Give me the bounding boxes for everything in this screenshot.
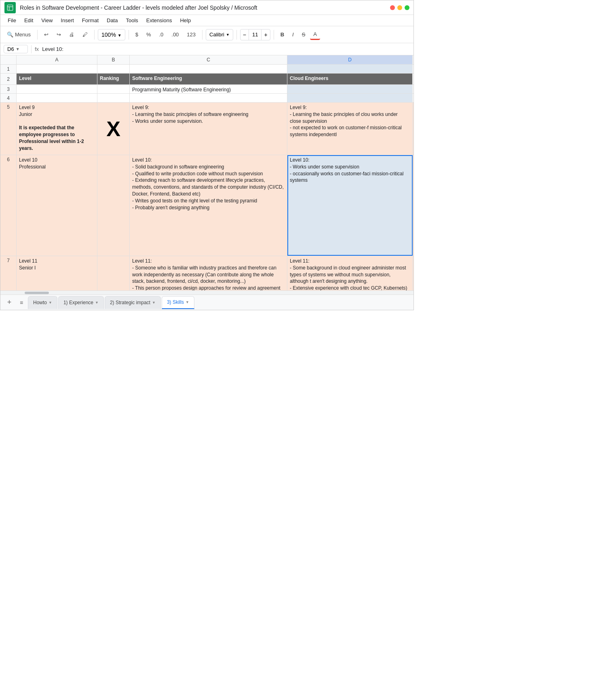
table-row: 3 Programming Maturity (Software Enginee… bbox=[0, 85, 413, 94]
cell-a1[interactable] bbox=[17, 65, 97, 73]
sheet-tabs: + ≡ Howto ▼ 1) Experience ▼ 2) Strategic… bbox=[0, 295, 413, 310]
col-header-b[interactable]: B bbox=[97, 55, 130, 64]
cell-a3[interactable] bbox=[17, 85, 97, 93]
italic-button[interactable]: I bbox=[289, 30, 297, 39]
cell-c4[interactable] bbox=[130, 94, 287, 102]
cell-d4[interactable] bbox=[287, 94, 413, 102]
cell-a6[interactable]: Level 10 Professional bbox=[17, 155, 97, 256]
sheet-body: A B C D 1 2 Level Ranking bbox=[0, 55, 413, 290]
cell-c2[interactable]: Software Engineering bbox=[130, 74, 287, 84]
row-num-6: 6 bbox=[0, 155, 17, 256]
redo-button[interactable]: ↪ bbox=[53, 30, 64, 39]
zoom-display: 100% bbox=[101, 32, 116, 38]
paint-format-button[interactable]: 🖊 bbox=[79, 30, 91, 39]
zoom-value-btn[interactable]: 100% ▼ bbox=[98, 29, 125, 40]
maximize-button[interactable] bbox=[405, 5, 409, 10]
menu-data[interactable]: Data bbox=[103, 17, 121, 24]
cell-a4[interactable] bbox=[17, 94, 97, 102]
sheet-tab-howto[interactable]: Howto ▼ bbox=[28, 296, 57, 309]
font-size-decrease-button[interactable]: − bbox=[240, 29, 249, 40]
cell-b1[interactable] bbox=[97, 65, 130, 73]
menu-view[interactable]: View bbox=[38, 17, 56, 24]
print-button[interactable]: 🖨 bbox=[66, 30, 78, 39]
strikethrough-button[interactable]: S bbox=[299, 30, 309, 39]
cell-d1[interactable] bbox=[287, 65, 413, 73]
row-num-5: 5 bbox=[0, 103, 17, 155]
scrollbar-thumb[interactable] bbox=[25, 292, 49, 294]
col-header-c[interactable]: C bbox=[130, 55, 287, 64]
cell-a6-content: Level 10 Professional bbox=[19, 157, 95, 170]
sheet-tab-skills-arrow: ▼ bbox=[186, 300, 189, 304]
table-row: 2 Level Ranking Software Engineering Clo… bbox=[0, 74, 413, 85]
menu-tools[interactable]: Tools bbox=[122, 17, 141, 24]
sheet-tab-strategic-arrow: ▼ bbox=[152, 301, 156, 305]
sheet-tab-howto-label: Howto bbox=[33, 300, 47, 305]
cell-a7-content: Level 11 Senior I bbox=[19, 258, 95, 271]
undo-button[interactable]: ↩ bbox=[41, 30, 52, 39]
cell-b2-content: Ranking bbox=[100, 75, 127, 82]
menu-format[interactable]: Format bbox=[79, 17, 102, 24]
menu-help[interactable]: Help bbox=[177, 17, 194, 24]
cell-d7[interactable]: Level 11: - Some background in cloud eng… bbox=[287, 256, 413, 290]
col-header-d[interactable]: D bbox=[287, 55, 413, 64]
cell-c3[interactable]: Programming Maturity (Software Engineeri… bbox=[130, 85, 287, 93]
menu-extensions[interactable]: Extensions bbox=[143, 17, 175, 24]
decimal-decrease-button[interactable]: .0 bbox=[156, 30, 167, 39]
number-format-button[interactable]: 123 bbox=[184, 30, 199, 39]
sheet-tab-experience[interactable]: 1) Experience ▼ bbox=[58, 296, 104, 309]
cell-b4[interactable] bbox=[97, 94, 130, 102]
minimize-button[interactable] bbox=[397, 5, 402, 10]
row-num-4: 4 bbox=[0, 94, 17, 102]
sheet-tab-strategic[interactable]: 2) Strategic impact ▼ bbox=[105, 296, 161, 309]
menu-edit[interactable]: Edit bbox=[21, 17, 36, 24]
text-color-button[interactable]: A bbox=[310, 29, 320, 40]
menu-insert[interactable]: Insert bbox=[57, 17, 77, 24]
cell-d5[interactable]: Level 9: - Learning the basic principles… bbox=[287, 103, 413, 155]
cell-a2-content: Level bbox=[19, 75, 95, 82]
toolbar-sep-3 bbox=[129, 30, 129, 40]
toolbar-sep-4 bbox=[202, 30, 203, 40]
table-row: 6 Level 10 Professional Level 10: - Soli… bbox=[0, 155, 413, 256]
horizontal-scrollbar[interactable] bbox=[0, 290, 413, 295]
cell-d6[interactable]: Level 10: - Works under some supervision… bbox=[287, 155, 413, 256]
cell-a7[interactable]: Level 11 Senior I bbox=[17, 256, 97, 290]
cell-b5[interactable]: X bbox=[97, 103, 130, 155]
decimal-increase-button[interactable]: .00 bbox=[168, 30, 182, 39]
zoom-control: 100% ▼ bbox=[98, 29, 125, 40]
formula-content[interactable]: Level 10: bbox=[42, 46, 410, 52]
menu-file[interactable]: File bbox=[4, 17, 19, 24]
decimal-increase-label: .00 bbox=[171, 32, 179, 38]
add-sheet-button[interactable]: + bbox=[4, 297, 15, 308]
cell-b3[interactable] bbox=[97, 85, 130, 93]
sheet-tab-skills[interactable]: 3) Skills ▼ bbox=[162, 296, 194, 309]
bold-button[interactable]: B bbox=[277, 30, 287, 39]
cell-a5-content: Level 9 Junior It is expecteded that the… bbox=[19, 104, 95, 152]
cell-c7-content: Level 11: - Someone who is familiar with… bbox=[132, 258, 285, 290]
cell-b2[interactable]: Ranking bbox=[97, 74, 130, 84]
cell-b7[interactable] bbox=[97, 256, 130, 290]
col-header-a[interactable]: A bbox=[17, 55, 97, 64]
cell-a2[interactable]: Level bbox=[17, 74, 97, 84]
toolbar-sep-5 bbox=[236, 30, 237, 40]
cell-reference[interactable]: D6 ▼ bbox=[4, 45, 28, 53]
cell-d2[interactable]: Cloud Engineers bbox=[287, 74, 413, 84]
close-button[interactable] bbox=[390, 5, 395, 10]
cell-b6[interactable] bbox=[97, 155, 130, 256]
cell-a5[interactable]: Level 9 Junior It is expecteded that the… bbox=[17, 103, 97, 155]
currency-button[interactable]: $ bbox=[132, 30, 141, 39]
menus-label: Menus bbox=[15, 32, 31, 38]
cell-c5[interactable]: Level 9: - Learning the basic principles… bbox=[130, 103, 287, 155]
cell-c7[interactable]: Level 11: - Someone who is familiar with… bbox=[130, 256, 287, 290]
spreadsheet-area: A B C D 1 2 Level Ranking bbox=[0, 55, 413, 290]
sheet-menu-button[interactable]: ≡ bbox=[16, 297, 27, 308]
menus-button[interactable]: 🔍 Menus bbox=[4, 30, 34, 39]
font-selector[interactable]: Calibri ▼ bbox=[206, 29, 233, 40]
cell-d7-content: Level 11: - Some background in cloud eng… bbox=[290, 258, 410, 290]
cell-c6[interactable]: Level 10: - Solid background in software… bbox=[130, 155, 287, 256]
percent-button[interactable]: % bbox=[143, 30, 154, 39]
cell-ref-dropdown-icon: ▼ bbox=[16, 47, 20, 51]
cell-d3[interactable] bbox=[287, 85, 413, 93]
cell-c1[interactable] bbox=[130, 65, 287, 73]
font-size-increase-button[interactable]: + bbox=[262, 29, 270, 40]
font-size-value: 11 bbox=[249, 29, 262, 40]
